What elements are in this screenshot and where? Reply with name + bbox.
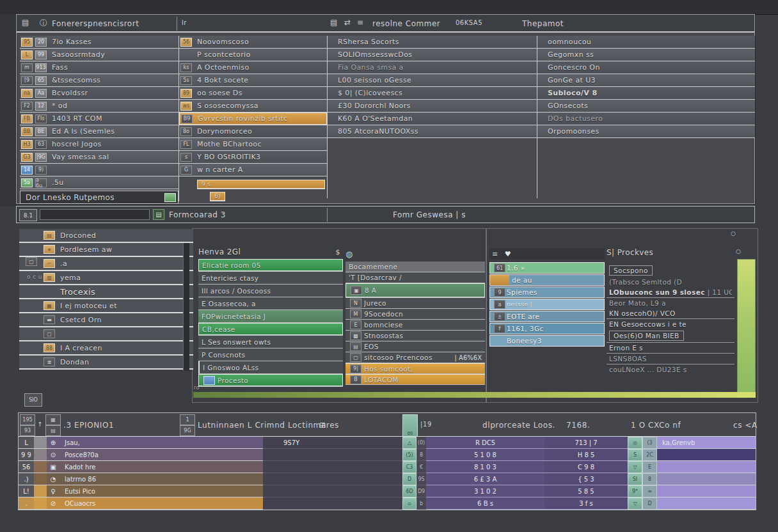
- process-row[interactable]: Oes(6)O Man BIEB: [607, 329, 734, 343]
- list-item[interactable]: £30 Dororchl Noors: [328, 100, 537, 112]
- row-icon[interactable]: 9 9: [19, 449, 34, 461]
- row-icon[interactable]: (3: [642, 437, 657, 449]
- header-stack-bottom[interactable]: 93: [20, 425, 35, 436]
- partial-row[interactable]: 9 s: [197, 180, 325, 189]
- panel-row[interactable]: ▩Stnosostas: [345, 331, 485, 341]
- status-icon[interactable]: ▽: [628, 497, 642, 510]
- list-item[interactable]: DOs bactusero: [537, 113, 755, 125]
- list-item[interactable]: wsS ososecomyssa: [179, 100, 327, 112]
- target-icon[interactable]: ◍: [345, 249, 353, 259]
- row-icon[interactable]: L: [19, 437, 34, 449]
- list-item[interactable]: FLMothe BChartooc: [179, 138, 327, 150]
- gutter-icon[interactable]: ▢: [26, 257, 37, 266]
- table-row-label[interactable]: Kadot hre: [60, 461, 263, 473]
- row-icon[interactable]: ♀: [47, 485, 60, 497]
- status-icon[interactable]: 6D: [402, 485, 417, 497]
- status-icon[interactable]: 9*: [628, 485, 642, 497]
- nav-item[interactable]: Trocexis: [19, 285, 193, 298]
- panel-row[interactable]: NJureco: [345, 298, 485, 308]
- process-row[interactable]: Beor Mato, L9 a: [607, 298, 734, 308]
- list-icon[interactable]: ≡: [357, 18, 363, 27]
- row-icon[interactable]: ⊕: [47, 437, 60, 449]
- row-icon[interactable]: E: [642, 461, 657, 473]
- table-cell[interactable]: 9S7Y: [263, 437, 402, 449]
- panel-row[interactable]: L Ses onswert owts: [198, 336, 343, 348]
- nav-item[interactable]: ∗Pordlesem aw: [19, 243, 193, 256]
- table-row-label[interactable]: Posce8?0a: [60, 449, 263, 461]
- status-icon[interactable]: C3: [402, 461, 417, 473]
- nav-item[interactable]: 88I A creacen: [19, 341, 193, 354]
- row-icon[interactable]: .: [19, 497, 34, 510]
- list-item[interactable]: 8oDorynomorceo: [179, 125, 327, 137]
- info-icon[interactable]: ⓘ: [40, 18, 47, 29]
- grid-icon[interactable]: ▤: [45, 425, 61, 436]
- list-item[interactable]: Orpomoonses: [537, 125, 755, 137]
- column-header[interactable]: dlprorceate Loos.: [482, 421, 555, 430]
- row-icon[interactable]: .): [19, 473, 34, 485]
- panel-row-selected[interactable]: ▣8 A: [345, 283, 485, 297]
- table-cell[interactable]: [263, 449, 402, 461]
- list-item[interactable]: 5aa 6u.5u: [20, 176, 179, 189]
- panel-row-selected[interactable]: BLOTACOM: [345, 374, 485, 384]
- status-icon[interactable]: S: [628, 449, 642, 461]
- column-header[interactable]: 7168.: [566, 421, 590, 430]
- list-item[interactable]: 95207io Kasses: [20, 36, 179, 48]
- nav-item[interactable]: ▤Droconed: [19, 229, 193, 242]
- list-item[interactable]: m913Fass: [20, 61, 179, 74]
- corner-circle-icon[interactable]: ○: [736, 248, 741, 254]
- status-icon[interactable]: D: [402, 473, 417, 485]
- panel-row[interactable]: 'T [Dosarcrav /: [345, 272, 485, 283]
- nav-item[interactable]: ≣Dondan: [19, 356, 193, 368]
- row-icon[interactable]: ⊙: [47, 449, 60, 461]
- list-item[interactable]: G3|9GVay smessa sal: [20, 151, 179, 163]
- status-icon[interactable]: △: [402, 437, 417, 449]
- list-item[interactable]: H363hoscrel Jogos: [20, 138, 179, 150]
- color-row[interactable]: 611.6 »: [489, 262, 605, 274]
- table-cell[interactable]: [263, 485, 402, 497]
- row-icon[interactable]: 9S: [417, 473, 426, 485]
- color-row[interactable]: f1161, 3Gc: [489, 323, 605, 334]
- process-row[interactable]: EN Gesoeccows i e te: [607, 319, 734, 329]
- table-cell[interactable]: [657, 449, 756, 461]
- status-icon[interactable]: SI: [628, 473, 642, 485]
- sort-arrow-icon[interactable]: ↑: [37, 421, 43, 428]
- status-icon[interactable]: (5): [402, 449, 417, 461]
- panel-row-selected[interactable]: Elicatie room 05: [198, 259, 343, 271]
- panel-row[interactable]: E Osassecoa, a: [198, 297, 343, 309]
- list-item[interactable]: Gegomxn ss: [537, 49, 755, 61]
- list-item[interactable]: BBBEEd A Is (Seemles: [20, 125, 179, 137]
- process-row[interactable]: couLNoeX … DU23E s: [607, 364, 734, 375]
- list-item[interactable]: oomnoucou: [537, 36, 755, 48]
- nav-item[interactable]: ▢: [19, 327, 193, 340]
- header-stack-top[interactable]: 1: [180, 414, 195, 425]
- row-icon[interactable]: ⊘: [47, 497, 60, 510]
- list-item[interactable]: 805 AtcoraNUTOOXss: [328, 125, 537, 137]
- panel-row[interactable]: FOPwicnetetasia J: [198, 310, 343, 322]
- panel-row[interactable]: Ill arcos / Ooscooss: [198, 285, 343, 297]
- dollar-icon[interactable]: $: [336, 248, 340, 256]
- toolbar-badge[interactable]: 8.1: [19, 209, 37, 221]
- row-icon[interactable]: 8: [642, 473, 657, 485]
- row-icon[interactable]: (0): [417, 437, 426, 449]
- grid-plus-icon[interactable]: ⊞: [319, 421, 326, 430]
- corner-circle-icon[interactable]: ○: [731, 230, 736, 237]
- list-item[interactable]: sY BO OStROITIK3: [179, 151, 327, 163]
- document-icon[interactable]: ▤: [330, 18, 337, 27]
- table-cell-value[interactable]: 5 8 5: [544, 485, 628, 497]
- table-cell[interactable]: ka,Grenvb: [657, 437, 756, 449]
- green-document-icon[interactable]: ▤: [153, 209, 164, 220]
- table-cell[interactable]: [657, 497, 756, 510]
- list-item[interactable]: 89oo soese Ds: [179, 87, 327, 99]
- nav-item[interactable]: ⌐.a: [19, 257, 193, 270]
- list-item[interactable]: Gw n carter A: [179, 164, 327, 176]
- table-cell[interactable]: [263, 497, 402, 510]
- row-icon[interactable]: D: [642, 497, 657, 510]
- list-item[interactable]: $ 0| (C)icoveescs: [328, 87, 537, 99]
- nav-item[interactable]: ▬Csetcd Orn: [19, 313, 193, 326]
- toolbar-input[interactable]: [40, 209, 150, 220]
- table-cell[interactable]: [263, 473, 402, 485]
- list-item[interactable]: K60 A O'Seetamdan: [328, 113, 537, 125]
- list-item[interactable]: L99Sasoosrmtady: [20, 49, 179, 61]
- row-icon[interactable]: D9: [417, 485, 426, 497]
- color-row[interactable]: Boneesy3: [489, 335, 605, 347]
